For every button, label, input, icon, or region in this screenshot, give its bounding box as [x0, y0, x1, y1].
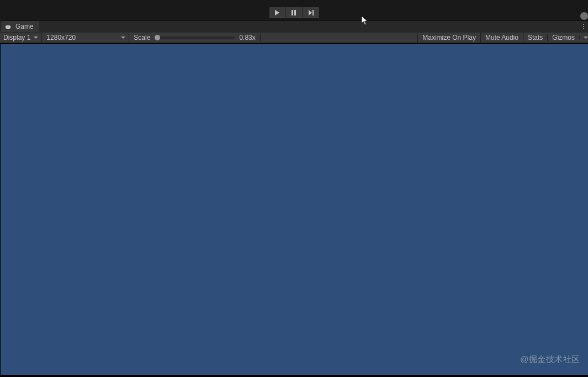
maximize-label: Maximize On Play	[422, 34, 476, 41]
play-button[interactable]	[269, 7, 286, 18]
resolution-label: 1280x720	[46, 34, 76, 41]
stats-toggle[interactable]: Stats	[523, 33, 547, 43]
pause-icon	[290, 9, 297, 16]
step-icon	[308, 9, 314, 16]
game-render-output[interactable]	[1, 44, 588, 375]
pause-button[interactable]	[286, 7, 303, 18]
scale-label: Scale	[134, 34, 150, 41]
game-view-control-bar: Display 1 1280x720 Scale 0.83x Maximize …	[0, 32, 588, 43]
svg-rect-0	[292, 10, 293, 15]
editor-top-toolbar	[0, 0, 588, 21]
play-icon	[274, 9, 280, 16]
svg-point-4	[6, 25, 10, 28]
svg-rect-2	[312, 10, 314, 15]
slider-thumb-icon[interactable]	[155, 35, 160, 40]
tab-context-menu[interactable]	[581, 22, 586, 31]
scale-control: Scale 0.83x	[129, 34, 260, 41]
tab-label: Game	[15, 23, 34, 30]
display-dropdown[interactable]: Display 1	[0, 33, 42, 43]
tab-game[interactable]: Game	[1, 21, 39, 32]
game-view-icon	[6, 24, 13, 29]
gizmos-toggle[interactable]: Gizmos	[548, 34, 579, 41]
dropdown-arrow-icon	[34, 36, 38, 39]
gizmos-group: Gizmos	[547, 34, 588, 41]
svg-rect-1	[294, 10, 296, 15]
mute-audio-toggle[interactable]: Mute Audio	[480, 33, 523, 43]
scale-value: 0.83x	[239, 34, 255, 41]
gizmos-label: Gizmos	[552, 34, 575, 41]
maximize-on-play-toggle[interactable]: Maximize On Play	[417, 33, 480, 43]
scale-slider[interactable]	[155, 36, 235, 39]
tab-bar: Game	[0, 21, 588, 32]
gizmos-dropdown[interactable]	[579, 36, 588, 39]
step-button[interactable]	[303, 7, 319, 18]
dropdown-arrow-icon	[121, 36, 125, 39]
resolution-dropdown[interactable]: 1280x720	[42, 33, 129, 43]
play-controls	[269, 7, 319, 18]
stats-label: Stats	[528, 34, 543, 41]
toolbar-right-indicator	[580, 12, 588, 20]
watermark-text: @掘金技术社区	[520, 354, 580, 365]
game-viewport-container	[0, 43, 588, 377]
mute-label: Mute Audio	[485, 34, 518, 41]
display-label: Display 1	[3, 34, 30, 41]
dropdown-arrow-icon	[584, 36, 588, 39]
